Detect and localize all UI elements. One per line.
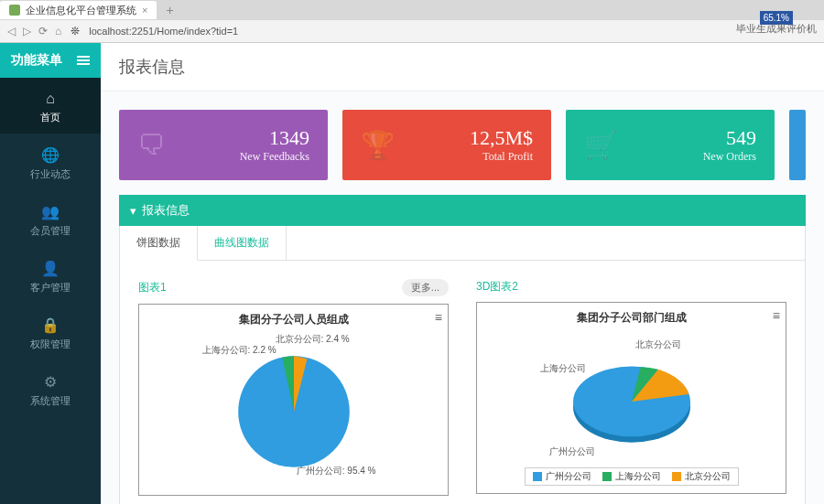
sidebar-item-label: 行业动态 (30, 167, 70, 181)
favicon-small-icon: ❊ (70, 25, 80, 38)
pie-label: 上海分公司: 2.2 % (202, 344, 276, 357)
kpi-value: 12,5M$ (407, 126, 533, 150)
trophy-icon: 🏆 (361, 129, 395, 161)
cart-icon: 🛒 (584, 129, 618, 161)
browser-chrome: 企业信息化平台管理系统 × + ◁ ▷ ⟳ ⌂ ❊ localhost:2251… (0, 0, 824, 43)
chart-box: ≡ 集团分子公司人员组成 北京分公司: 2.4 % 上海分公司: 2.2 % (138, 304, 449, 496)
pie-label: 上海分公司 (540, 362, 586, 375)
sidebar-item-label: 客户管理 (30, 281, 70, 295)
kpi-label: Total Profit (407, 150, 533, 164)
sidebar-item-industry[interactable]: 🌐 行业动态 (0, 134, 101, 190)
browser-toolbar: ◁ ▷ ⟳ ⌂ ❊ localhost:2251/Home/index?tid=… (0, 20, 824, 42)
tab-line[interactable]: 曲线图数据 (198, 226, 287, 260)
chevron-down-icon: ▾ (130, 204, 136, 218)
pie-label: 广州分公司 (549, 445, 595, 458)
chart-box: ≡ 集团分子公司部门组成 北京分公司 上海分公司 (476, 302, 786, 494)
pie-chart-1: 北京分公司: 2.4 % 上海分公司: 2.2 % 广州分公司: 95.4 % (221, 331, 367, 477)
lock-icon: 🔒 (41, 316, 60, 334)
tab-title: 企业信息化平台管理系统 (26, 4, 136, 17)
legend-item[interactable]: 上海分公司 (602, 470, 661, 483)
kpi-value: 1349 (178, 126, 309, 150)
sidebar-item-label: 会员管理 (30, 224, 70, 238)
chart-title: 图表1 (138, 280, 167, 295)
user-icon: 👤 (41, 260, 60, 277)
favicon-icon (9, 5, 20, 16)
panel-title: 报表信息 (142, 202, 190, 219)
chart-inner-title: 集团分子公司部门组成 (577, 310, 687, 326)
kpi-profit[interactable]: 🏆 12,5M$ Total Profit (342, 110, 551, 180)
globe-icon: 🌐 (41, 146, 60, 164)
sidebar-title: 功能菜单 (11, 52, 62, 69)
pie-chart-2: 北京分公司 上海分公司 广州分公司 (558, 338, 705, 467)
chart-menu-icon[interactable]: ≡ (435, 310, 442, 325)
close-icon[interactable]: × (142, 5, 147, 16)
browser-tab[interactable]: 企业信息化平台管理系统 × (0, 1, 157, 19)
tab-pie[interactable]: 饼图数据 (120, 226, 198, 261)
sidebar-item-label: 权限管理 (30, 338, 70, 351)
chart-legend: 广州分公司 上海分公司 北京分公司 (525, 467, 739, 486)
reload-icon[interactable]: ⟳ (38, 25, 48, 38)
back-icon[interactable]: ◁ (7, 25, 16, 38)
nav-buttons: ◁ ▷ ⟳ ⌂ (7, 25, 61, 38)
sidebar-item-home[interactable]: ⌂ 首页 (0, 78, 101, 134)
kpi-label: New Orders (631, 150, 756, 164)
home-icon[interactable]: ⌂ (55, 25, 61, 38)
forward-icon[interactable]: ▷ (23, 25, 31, 38)
address-bar[interactable]: localhost:2251/Home/index?tid=1 (89, 26, 817, 37)
sidebar-item-label: 系统管理 (30, 394, 70, 408)
home-icon: ⌂ (46, 91, 55, 107)
page-title: 报表信息 (101, 43, 824, 91)
sidebar-item-permissions[interactable]: 🔒 权限管理 (0, 304, 101, 360)
pie-label: 北京分公司: 2.4 % (276, 333, 350, 346)
sidebar-item-system[interactable]: ⚙ 系统管理 (0, 360, 101, 417)
pie-label: 北京分公司 (635, 338, 681, 351)
pie-label: 广州分公司: 95.4 % (297, 465, 376, 477)
top-right-link[interactable]: 毕业生成果评价机 (736, 22, 817, 36)
browser-tab-bar: 企业信息化平台管理系统 × + (0, 0, 824, 20)
gear-icon: ⚙ (44, 373, 57, 391)
sidebar-header: 功能菜单 (0, 43, 101, 78)
sidebar-item-customers[interactable]: 👤 客户管理 (0, 247, 101, 304)
kpi-next-sliver[interactable] (789, 110, 806, 180)
more-button[interactable]: 更多... (402, 279, 449, 296)
sidebar-item-members[interactable]: 👥 会员管理 (0, 190, 101, 247)
hamburger-icon[interactable] (77, 56, 90, 65)
chart-2: 3D图表2 ≡ 集团分子公司部门组成 (476, 279, 786, 496)
new-tab-button[interactable]: + (160, 3, 179, 17)
kpi-label: New Feedbacks (178, 150, 309, 164)
sidebar: 功能菜单 ⌂ 首页 🌐 行业动态 👥 会员管理 👤 客户管理 🔒 权限管理 ⚙ … (0, 43, 101, 504)
chart-title: 3D图表2 (476, 279, 518, 295)
panel-header[interactable]: ▾ 报表信息 (119, 195, 806, 226)
chart-inner-title: 集团分子公司人员组成 (239, 312, 349, 327)
legend-item[interactable]: 广州分公司 (533, 470, 591, 483)
kpi-feedbacks[interactable]: 🗨 1349 New Feedbacks (119, 110, 328, 180)
chat-icon: 🗨 (137, 130, 165, 161)
tab-nav: 饼图数据 曲线图数据 (120, 226, 805, 261)
legend-item[interactable]: 北京分公司 (672, 470, 731, 483)
sidebar-item-label: 首页 (40, 111, 60, 124)
kpi-orders[interactable]: 🛒 549 New Orders (566, 110, 775, 180)
kpi-row: 🗨 1349 New Feedbacks 🏆 12,5M$ Total Prof… (101, 91, 824, 180)
users-icon: 👥 (41, 203, 60, 220)
chart-menu-icon[interactable]: ≡ (773, 308, 780, 323)
panel-body: 饼图数据 曲线图数据 图表1 更多... ≡ 集团分子公司人员组成 (119, 226, 806, 504)
main-content: 报表信息 🗨 1349 New Feedbacks 🏆 12,5M$ Total… (101, 43, 824, 504)
chart-1: 图表1 更多... ≡ 集团分子公司人员组成 (138, 279, 449, 496)
kpi-value: 549 (631, 126, 756, 150)
